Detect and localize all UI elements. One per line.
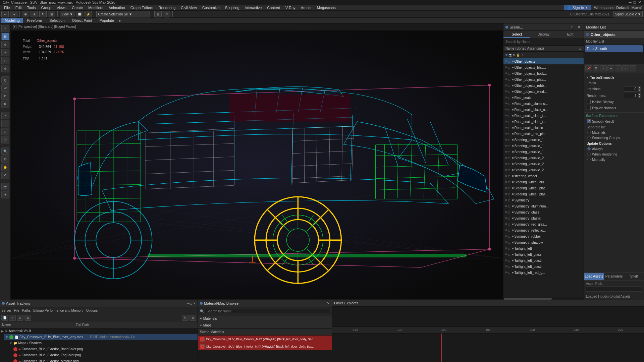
scene-item-taillight-p1[interactable]: 👁◻ ■ Taillight_left_plasti... xyxy=(503,257,584,263)
at-menu-bitmap[interactable]: Bitmap Performance and Memory xyxy=(33,309,84,312)
shelf-tab[interactable]: Shelf xyxy=(624,273,644,280)
mod-up-btn[interactable]: ↑ xyxy=(615,65,622,71)
mb-search-input[interactable] xyxy=(205,309,330,313)
scene-item-rear-red[interactable]: 👁◻ ■ Rear_seats_red_pla... xyxy=(503,131,584,137)
mirror-btn[interactable]: ⊟ xyxy=(154,11,162,17)
sort-icon[interactable]: ▲ xyxy=(579,47,582,50)
utilities-btn[interactable]: ⚙ xyxy=(1,65,9,72)
scene-item-rear-seats[interactable]: 👁◻ ■ Rear_seats xyxy=(503,95,584,101)
scene-item-rear-cloth1[interactable]: 👁◻ ■ Rear_seats_cloth_t... xyxy=(503,113,584,119)
scene-item-sw[interactable]: 👁◻ ■ steering_wheel xyxy=(503,173,584,179)
timeline-track[interactable] xyxy=(332,334,644,362)
selection-dropdown[interactable]: Create Selection Se▼ xyxy=(96,11,150,17)
at-file-list[interactable]: ▶ 🏛 Autodesk Vault ▼ 📄 City_Crossover_SU… xyxy=(0,328,198,362)
menu-scripting[interactable]: Scripting xyxy=(222,5,242,10)
scene-item-symmetry[interactable]: 👁◻ ■ Symmetry xyxy=(503,197,584,203)
scene-tab-select[interactable]: Select xyxy=(503,31,530,38)
tab-populate[interactable]: Populate xyxy=(96,18,117,23)
orbit-btn[interactable]: ↺ xyxy=(1,172,9,179)
scene-item-sw-alu[interactable]: 👁◻ ■ Steering_wheel_alu... xyxy=(503,179,584,185)
filter-freeze-icon[interactable]: ❄ xyxy=(513,53,516,57)
undo-btn[interactable]: ↩ xyxy=(1,11,9,17)
timeline-playhead[interactable] xyxy=(441,334,442,362)
viewport[interactable]: [+] [Perspective] [Standard] [Edged Face… xyxy=(11,23,503,300)
at-row-vault[interactable]: ▶ 🏛 Autodesk Vault xyxy=(0,328,198,334)
mb-item-exterior[interactable]: City_Crossover_SUV_Blue_Exterior_MAT (VR… xyxy=(198,336,332,343)
zoom-all-btn[interactable]: ⊡ xyxy=(1,156,9,163)
scene-item-rear-cloth2[interactable]: 👁◻ ■ Rear_seats_cloth_t... xyxy=(503,119,584,125)
menu-arnold[interactable]: Arnold xyxy=(298,5,314,10)
scene-close[interactable]: ✕ xyxy=(576,24,582,30)
maximize-btn[interactable]: □ xyxy=(634,0,636,5)
mod-down-btn[interactable]: ↓ xyxy=(622,65,629,71)
iterations-input[interactable] xyxy=(624,86,637,92)
filter-render-icon[interactable]: 📷 xyxy=(508,53,512,57)
at-menu-file[interactable]: File xyxy=(14,309,19,312)
mod-more-btn[interactable]: ⋮ xyxy=(630,65,636,71)
display-btn[interactable]: ◻ xyxy=(1,57,9,64)
mod-remove-btn[interactable]: ─ xyxy=(607,65,614,71)
scene-item-sw-plas[interactable]: 👁◻ ■ Steering_wheel_plas... xyxy=(503,191,584,197)
tab-freeform[interactable]: Freeform xyxy=(24,18,46,23)
align-btn[interactable]: ≡ xyxy=(163,11,170,17)
menu-animation[interactable]: Animation xyxy=(106,5,128,10)
hierarchy-btn[interactable]: ⊕ xyxy=(1,41,9,48)
object-color-swatch[interactable] xyxy=(586,33,589,36)
poly-btn[interactable]: □ xyxy=(1,128,9,135)
scene-controls[interactable]: ─ □ ✕ xyxy=(563,24,582,30)
pan-btn[interactable]: ✋ xyxy=(1,164,9,171)
smoothing-groups-radio[interactable] xyxy=(587,136,591,139)
mb-search-area[interactable]: 🔍 xyxy=(198,307,332,315)
explicit-normals-row[interactable]: Explicit Normals xyxy=(586,105,642,111)
scene-item-sym-alu[interactable]: 👁◻ ■ Symmetry_aluminum... xyxy=(503,203,584,209)
mb-material-list[interactable]: City_Crossover_SUV_Blue_Exterior_MAT (VR… xyxy=(198,336,332,362)
mod-configure-btn[interactable]: ⚙ xyxy=(593,65,599,71)
scene-item-steering5[interactable]: 👁◻ ■ Steering_knuckle_2... xyxy=(503,161,584,167)
tab-modeling[interactable]: Modeling xyxy=(1,18,23,23)
viewport-canvas[interactable]: Total Other_objects Polys: 340 364 21 19… xyxy=(11,30,503,300)
render-iters-up[interactable]: ▲ xyxy=(638,93,641,96)
scale-gizmo-btn[interactable]: R xyxy=(1,101,9,108)
menu-edit[interactable]: Edit xyxy=(13,5,24,10)
smooth-result-row[interactable]: ✓ Smooth Result xyxy=(586,118,642,124)
menu-vray[interactable]: V-Ray xyxy=(283,5,298,10)
scene-item-sym-refl[interactable]: 👁◻ ■ Symmetry_reflectio... xyxy=(503,227,584,233)
isoline-checkbox[interactable] xyxy=(587,100,591,104)
menu-file[interactable]: File xyxy=(1,5,13,10)
at-menu-paths[interactable]: Paths xyxy=(22,309,31,312)
modify-btn[interactable]: ⊞ xyxy=(1,33,9,40)
mb-item-interior[interactable]: City_Crossover_SUV_Blue_Interior_MAT (VR… xyxy=(198,343,332,350)
load-assets-tab[interactable]: Load Assets xyxy=(584,273,604,280)
scene-item-rear-plastic[interactable]: 👁◻ ■ Rear_seats_plastic xyxy=(503,125,584,131)
at-tool-4[interactable]: ▤ xyxy=(24,315,31,321)
iterations-down[interactable]: ▼ xyxy=(638,89,641,92)
scene-item-4[interactable]: 👁◻ ■ Other_objects_rubb... xyxy=(503,82,584,88)
mod-pin-btn[interactable]: 📌 xyxy=(585,65,592,71)
move-btn[interactable]: ✛ xyxy=(31,11,38,17)
scene-minimize[interactable]: ─ xyxy=(563,24,568,30)
menu-graph-editors[interactable]: Graph Editors xyxy=(128,5,156,10)
scene-item-steering2[interactable]: 👁◻ ■ Steering_knuckle_1... xyxy=(503,143,584,149)
render-iters-input[interactable] xyxy=(624,93,637,98)
modifier-list-area[interactable]: TurboSmooth xyxy=(584,44,644,64)
manually-radio[interactable] xyxy=(587,158,591,161)
move-gizmo-btn[interactable]: W xyxy=(1,84,9,92)
filter-eye-icon[interactable]: 👁 xyxy=(505,53,508,57)
zoom-btn[interactable]: 🔍 xyxy=(1,147,9,155)
when-rendering-radio-row[interactable]: When Rendering xyxy=(586,152,642,157)
at-row-maps[interactable]: ▼ 📁 Maps / Shaders xyxy=(8,340,198,346)
menu-content[interactable]: Content xyxy=(264,5,283,10)
scene-item-steering6[interactable]: 👁◻ ■ Steering_knuckle_2... xyxy=(503,167,584,173)
smoothing-groups-radio-row[interactable]: Smoothing Groups xyxy=(586,135,642,140)
materials-radio[interactable] xyxy=(587,131,591,134)
scale-btn[interactable]: ⊞ xyxy=(48,11,55,17)
scene-item-steering1[interactable]: 👁◻ ■ Steering_knuckle_1... xyxy=(503,137,584,143)
menu-tools[interactable]: Tools xyxy=(24,5,39,10)
scene-item-5[interactable]: 👁◻ ■ Other_objects_wind... xyxy=(503,88,584,95)
element-btn[interactable]: ⬛ xyxy=(1,136,9,143)
turbosmooth-modifier-item[interactable]: TurboSmooth xyxy=(585,45,643,52)
redo-btn[interactable]: ↪ xyxy=(10,11,17,17)
tab-object-paint[interactable]: Object Paint xyxy=(69,18,96,23)
camera-btn[interactable]: 📷 xyxy=(1,183,9,190)
at-tool-3[interactable]: ⊞ xyxy=(17,315,23,321)
